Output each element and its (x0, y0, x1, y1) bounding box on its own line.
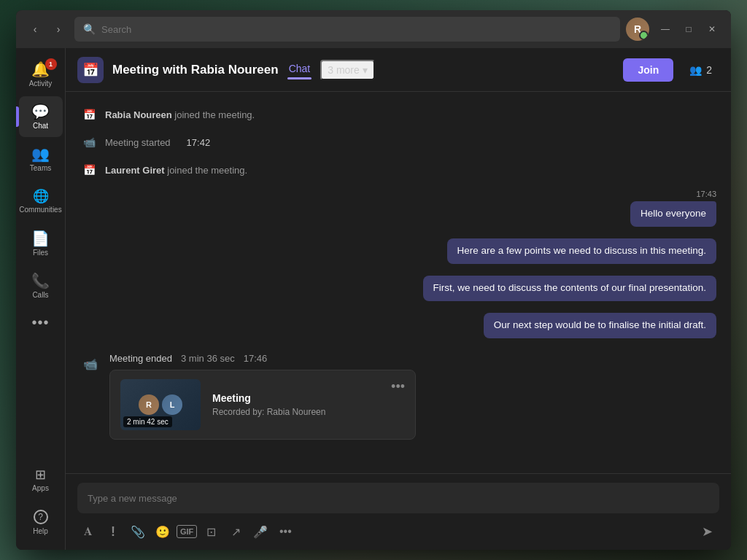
meeting-ended-info: Meeting ended 3 min 36 sec 17:46 R L (109, 353, 716, 440)
messages-area: 📅 Rabia Noureen joined the meeting. 📹 Me… (66, 92, 731, 473)
message-input[interactable] (88, 493, 709, 504)
more-apps-button[interactable]: ••• (19, 308, 63, 337)
meeting-ended-text: Meeting ended 3 min 36 sec 17:46 (109, 353, 716, 364)
main-area: 🔔 Activity 1 💬 Chat 👥 Teams 🌐 Communitie… (16, 48, 731, 550)
nav-buttons: ‹ › (25, 19, 69, 39)
emoji-button[interactable]: 🙂 (152, 521, 174, 542)
minimize-button[interactable]: — (655, 19, 676, 39)
important-icon: ! (111, 524, 115, 540)
chevron-down-icon: ▾ (363, 64, 368, 76)
sidebar-label-apps: Apps (32, 484, 49, 492)
chat-icon: 💬 (31, 104, 50, 119)
participants-count: 2 (706, 64, 712, 76)
bubble-container-1: 17:43 Hello everyone (630, 190, 716, 227)
attach-icon: 📎 (131, 525, 145, 539)
forward-button[interactable]: › (48, 19, 69, 39)
communities-icon: 🌐 (33, 190, 49, 203)
bubble-time-1: 17:43 (696, 190, 716, 198)
format-button[interactable]: 𝐀 (77, 521, 99, 542)
message-bubble-3: First, we need to discuss the contents o… (423, 276, 716, 301)
message-bubble-2: Here are a few points we need to discuss… (447, 238, 716, 264)
avatar[interactable]: R (626, 18, 649, 41)
attach-button[interactable]: 📎 (127, 521, 149, 542)
search-bar[interactable]: 🔍 (74, 17, 620, 42)
join-icon-1: 📅 (80, 106, 98, 123)
join-icon-2: 📅 (80, 161, 98, 179)
audio-button[interactable]: 🎤 (249, 521, 271, 542)
recording-duration: 2 min 42 sec (123, 416, 172, 427)
chat-title: Meeting with Rabia Noureen (112, 63, 279, 77)
sidebar: 🔔 Activity 1 💬 Chat 👥 Teams 🌐 Communitie… (16, 48, 66, 550)
system-msg-1: 📅 Rabia Noureen joined the meeting. (80, 104, 716, 125)
recording-by: Recorded by: Rabia Noureen (212, 407, 379, 417)
sidebar-item-activity[interactable]: 🔔 Activity 1 (19, 54, 63, 95)
sidebar-item-chat[interactable]: 💬 Chat (19, 96, 63, 137)
sidebar-label-calls: Calls (32, 291, 48, 299)
meeting-icon: 📅 (77, 57, 104, 83)
activity-badge: 1 (45, 58, 57, 70)
app-window: ‹ › 🔍 R — □ ✕ 🔔 Activity 1 (16, 10, 731, 550)
chat-area: 📅 Meeting with Rabia Noureen Chat 3 more… (66, 48, 731, 550)
recording-info: Meeting Recorded by: Rabia Noureen (212, 392, 379, 417)
files-icon: 📄 (31, 231, 50, 246)
meeting-ended-label: Meeting ended (109, 353, 172, 364)
join-button[interactable]: Join (623, 58, 673, 82)
tab-underline (287, 77, 312, 79)
sidebar-label-teams: Teams (30, 164, 51, 172)
more-tabs-label: 3 more (328, 64, 360, 76)
sidebar-item-calls[interactable]: 📞 Calls (19, 265, 63, 306)
toolbar-more-icon: ••• (279, 525, 292, 538)
sidebar-label-activity: Activity (29, 79, 53, 88)
emoji-icon: 🙂 (155, 525, 170, 539)
thumb-avatars: R L (139, 394, 182, 415)
sidebar-label-help: Help (33, 527, 48, 535)
system-name-2: Laurent Giret (105, 165, 165, 176)
close-button[interactable]: ✕ (702, 19, 722, 39)
message-input-box[interactable] (77, 483, 719, 513)
sidebar-item-apps[interactable]: ⊞ Apps (19, 459, 63, 500)
recording-card[interactable]: R L 2 min 42 sec Meeting Recorded by: Ra… (109, 370, 416, 440)
message-bubble-4: Our next step would be to finalise the i… (484, 313, 716, 338)
maximize-button[interactable]: □ (678, 19, 699, 39)
thumb-avatar-2: L (162, 394, 182, 415)
send-icon: ➤ (702, 524, 713, 540)
search-input[interactable] (101, 24, 611, 35)
format-icon: 𝐀 (84, 525, 93, 538)
bubble-row-4: Our next step would be to finalise the i… (80, 313, 716, 338)
recording-more-button[interactable]: ••• (391, 379, 405, 394)
audio-icon: 🎤 (253, 525, 268, 539)
meeting-end-time: 17:46 (244, 353, 268, 364)
participants-button[interactable]: 👥 2 (682, 60, 719, 80)
back-button[interactable]: ‹ (25, 19, 45, 39)
sidebar-item-teams[interactable]: 👥 Teams (19, 139, 63, 179)
sticker-icon: ⊡ (206, 525, 216, 539)
bubble-row-3: First, we need to discuss the contents o… (80, 276, 716, 301)
sidebar-item-help[interactable]: ? Help (19, 502, 63, 542)
more-tabs-button[interactable]: 3 more ▾ (320, 60, 375, 80)
search-icon: 🔍 (83, 23, 96, 35)
send-button[interactable]: ➤ (694, 519, 719, 544)
reactions-button[interactable]: ↗ (225, 521, 247, 542)
bubble-row-1: 17:43 Hello everyone (80, 190, 716, 227)
system-msg-2: 📹 Meeting started 17:42 (80, 131, 716, 153)
title-bar: ‹ › 🔍 R — □ ✕ (16, 10, 731, 48)
help-icon: ? (34, 510, 48, 524)
toolbar-more-button[interactable]: ••• (274, 521, 296, 542)
title-bar-actions: R — □ ✕ (626, 18, 722, 41)
sidebar-label-communities: Communities (19, 206, 61, 214)
recording-title: Meeting (212, 392, 379, 404)
tab-chat[interactable]: Chat (287, 60, 312, 79)
chat-header: 📅 Meeting with Rabia Noureen Chat 3 more… (66, 48, 731, 92)
gif-button[interactable]: GIF (177, 525, 197, 538)
chat-tab-label: Chat (287, 60, 312, 77)
participants-icon: 👥 (689, 64, 702, 76)
toolbar-row: 𝐀 ! 📎 🙂 GIF ⊡ (77, 519, 719, 544)
sidebar-item-files[interactable]: 📄 Files (19, 223, 63, 264)
sidebar-label-chat: Chat (33, 122, 48, 130)
meeting-ended-icon: 📹 (80, 354, 101, 375)
teams-icon: 👥 (31, 147, 50, 161)
important-button[interactable]: ! (102, 521, 124, 542)
reactions-icon: ↗ (231, 525, 241, 539)
sticker-button[interactable]: ⊡ (200, 521, 222, 542)
sidebar-item-communities[interactable]: 🌐 Communities (19, 181, 63, 222)
